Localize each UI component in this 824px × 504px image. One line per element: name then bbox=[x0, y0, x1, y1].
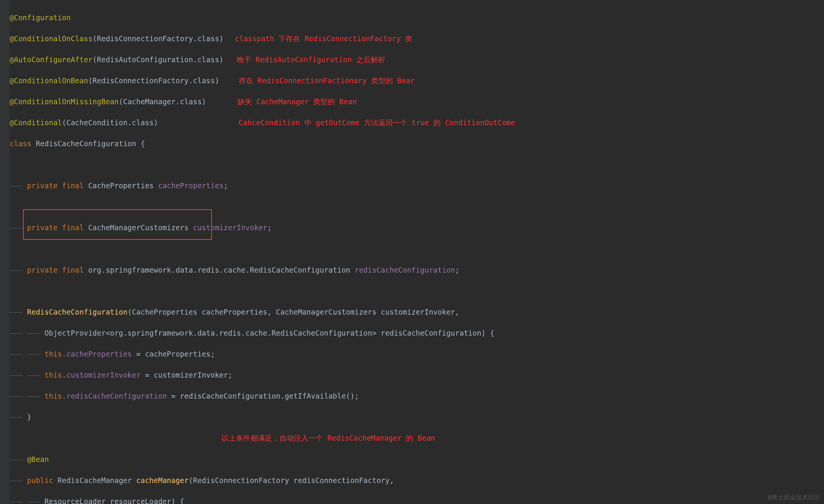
comment-2: 晚于 RedisAutoConfiguration 之后解析 bbox=[237, 55, 385, 65]
comment-4: 缺失 CacheManager 类型的 Bean bbox=[238, 97, 357, 107]
params: ResourceLoader resourceLoader) { bbox=[45, 497, 184, 504]
params: (CacheProperties cacheProperties, CacheM… bbox=[128, 308, 459, 316]
field-name: cacheProperties bbox=[158, 181, 224, 190]
comment-5: CahceCondition 中 getOutCome 方法返回一个 true … bbox=[239, 118, 515, 128]
modifier: private final bbox=[27, 181, 88, 190]
editor-gutter bbox=[0, 0, 10, 504]
this-keyword: this bbox=[45, 350, 62, 358]
constructor-name: RedisCacheConfiguration bbox=[27, 308, 128, 316]
annotation-bean: @Bean bbox=[27, 455, 49, 464]
type-ref: RedisConnectionFactory bbox=[92, 76, 189, 85]
annotation-conditional-on-missing-bean: @ConditionalOnMissingBean bbox=[10, 97, 119, 106]
field-ref: .customizerInvoker bbox=[62, 371, 141, 379]
assignment: = customizerInvoker; bbox=[141, 371, 232, 379]
close-brace: } bbox=[27, 413, 31, 421]
modifier: public bbox=[27, 476, 58, 485]
annotation-autoconfigure-after: @AutoConfigureAfter bbox=[10, 55, 92, 64]
annotation-configuration: @Configuration bbox=[10, 13, 71, 22]
watermark: @稀土掘金技术社区 bbox=[767, 494, 820, 502]
this-keyword: this bbox=[45, 392, 62, 400]
params: ObjectProvider<org.springframework.data.… bbox=[45, 329, 494, 337]
assignment: = cacheProperties; bbox=[132, 350, 215, 358]
type-ref: CacheProperties bbox=[88, 181, 158, 190]
type-ref: CacheManagerCustomizers bbox=[88, 223, 193, 232]
type-ref: CacheCondition bbox=[66, 118, 128, 127]
field-name: customizerInvoker bbox=[193, 223, 267, 232]
annotation-conditional: @Conditional bbox=[10, 118, 62, 127]
comment-6: 以上条件都满足，自动注入一个 RedisCacheManager 的 Bean bbox=[221, 433, 435, 444]
field-name: redisCacheConfiguration bbox=[355, 266, 455, 274]
class-name: RedisCacheConfiguration { bbox=[36, 139, 145, 148]
type-ref: org.springframework.data.redis.cache.Red… bbox=[88, 266, 355, 274]
type-ref: CacheManager bbox=[123, 97, 175, 106]
params: (RedisConnectionFactory redisConnectionF… bbox=[189, 476, 394, 485]
this-keyword: this bbox=[45, 371, 62, 379]
field-ref: .redisCacheConfiguration bbox=[62, 392, 167, 400]
comment-1: classpath 下存在 RedisConnectionFactory 类 bbox=[235, 34, 412, 44]
annotation-conditional-on-bean: @ConditionalOnBean bbox=[10, 76, 88, 85]
annotation-conditional-on-class: @ConditionalOnClass bbox=[10, 34, 92, 43]
code-editor[interactable]: @Configuration @ConditionalOnClass(Redis… bbox=[10, 2, 494, 504]
modifier: private final bbox=[27, 266, 88, 274]
method-name: cacheManager bbox=[136, 476, 189, 485]
return-type: RedisCacheManager bbox=[58, 476, 136, 485]
type-ref: RedisAutoConfiguration bbox=[97, 55, 193, 64]
assignment: = redisCacheConfiguration.getIfAvailable… bbox=[167, 392, 359, 400]
comment-3: 存在 RedisConnectionFactionary 类型的 Bear bbox=[239, 76, 415, 86]
type-ref: RedisConnectionFactory bbox=[97, 34, 193, 43]
modifier: private final bbox=[27, 223, 88, 232]
class-keyword: class bbox=[10, 139, 36, 148]
field-ref: .cacheProperties bbox=[62, 350, 132, 358]
